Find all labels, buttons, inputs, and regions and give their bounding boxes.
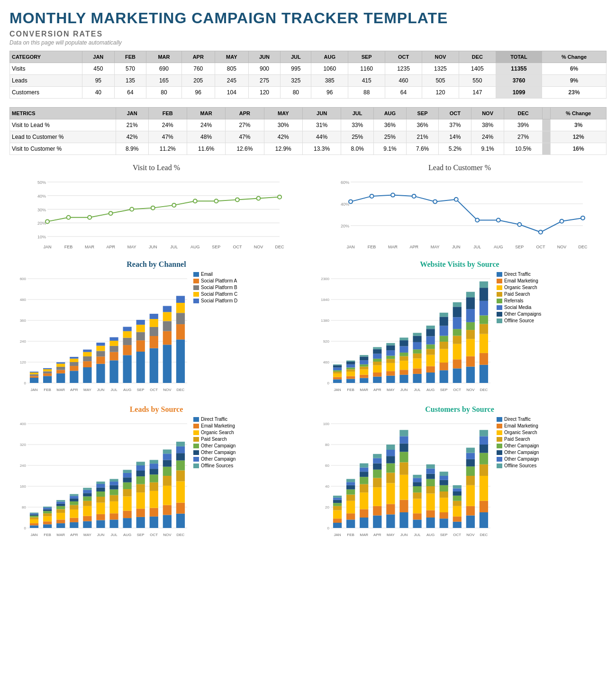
svg-rect-456 [426,518,435,528]
svg-text:MAY: MAY [127,245,136,249]
svg-point-49 [539,230,543,234]
svg-rect-109 [109,341,118,346]
svg-rect-81 [43,376,52,383]
svg-rect-323 [96,497,105,503]
svg-rect-350 [136,465,145,471]
svg-rect-346 [136,492,145,509]
ltc-chart-area: 20%40%60%JANFEBMARAPRMAYJUNJULAUGSEPOCTN… [313,175,607,251]
svg-point-12 [88,216,91,219]
svg-text:AUG: AUG [123,533,131,537]
svg-rect-322 [96,503,105,514]
svg-rect-347 [136,484,145,493]
svg-rect-217 [426,366,435,373]
svg-text:JAN: JAN [30,388,37,392]
svg-rect-237 [453,317,462,329]
svg-rect-432 [386,514,395,528]
svg-rect-134 [176,303,185,313]
svg-rect-420 [360,477,368,484]
svg-point-43 [412,194,416,198]
svg-rect-188 [373,359,381,362]
svg-rect-490 [480,476,488,501]
svg-rect-342 [123,473,131,477]
svg-rect-410 [346,501,355,513]
svg-point-42 [391,193,395,197]
svg-text:FEB: FEB [347,388,354,392]
svg-rect-303 [56,500,65,501]
cust-chart-area: 020406080100JANFEBMARAPRMAYJUNJULAUGSEPO… [313,417,607,540]
svg-rect-100 [83,350,91,352]
svg-point-45 [454,198,458,201]
svg-rect-477 [453,491,462,496]
legend-item: Offline Sources [497,463,539,468]
svg-rect-89 [56,364,65,367]
svg-rect-442 [399,475,408,500]
svg-rect-293 [43,509,52,511]
svg-text:DEC: DEC [275,245,284,249]
legend-item: Paid Search [497,436,539,442]
svg-text:SEP: SEP [440,533,448,537]
svg-rect-451 [413,492,421,499]
svg-text:APR: APR [70,388,78,392]
svg-rect-238 [453,307,462,317]
svg-rect-251 [480,324,488,334]
leads-title: Leads by Source [9,405,303,414]
svg-rect-296 [56,523,65,528]
svg-point-50 [560,219,563,223]
svg-text:2300: 2300 [321,277,329,281]
svg-rect-484 [466,466,475,476]
svg-rect-370 [176,482,185,503]
svg-rect-294 [43,508,52,509]
legend-item: Other Campaign [497,443,539,448]
svg-text:JAN: JAN [30,533,37,537]
svg-rect-198 [386,345,395,351]
svg-rect-80 [30,372,38,373]
svg-text:MAY: MAY [387,388,395,392]
svg-text:1840: 1840 [321,298,329,302]
svg-rect-344 [136,517,145,528]
svg-rect-461 [426,474,435,479]
svg-rect-183 [360,355,368,356]
svg-text:JUL: JUL [414,533,421,537]
svg-rect-363 [163,476,172,486]
reach-chart: Reach by Channel 0120240360480600JANFEBM… [9,260,303,396]
web-chart: Website Visits by Source 046092013801840… [313,260,607,396]
svg-text:20%: 20% [37,221,46,226]
svg-rect-417 [360,509,368,518]
svg-rect-177 [360,375,368,378]
svg-rect-356 [150,474,158,482]
svg-rect-436 [386,464,395,473]
svg-rect-302 [56,501,65,503]
svg-text:JUL: JUL [473,245,481,249]
svg-rect-167 [333,364,342,365]
svg-rect-180 [360,364,368,367]
svg-rect-202 [399,361,408,370]
svg-text:FEB: FEB [44,533,51,537]
svg-point-14 [130,208,134,211]
svg-text:SEP: SEP [137,388,145,392]
svg-text:240: 240 [20,339,27,344]
legend-item: Social Media [497,305,541,310]
svg-rect-82 [43,373,52,376]
svg-rect-416 [360,518,368,528]
svg-text:JUL: JUL [110,533,118,537]
svg-rect-415 [346,479,355,482]
svg-point-46 [475,218,479,222]
svg-rect-465 [440,512,448,518]
conversion-table: CATEGORYJANFEBMARAPRMAYJUNJULAUGSEPOCTNO… [9,51,607,99]
legend-item: Paid Search [497,291,541,297]
svg-text:40: 40 [325,484,329,489]
svg-rect-215 [413,333,421,336]
svg-text:MAY: MAY [431,245,440,249]
legend-item: Social Platform B [193,285,237,290]
svg-rect-440 [399,512,408,528]
svg-text:AUG: AUG [426,533,435,537]
svg-rect-337 [123,511,131,518]
svg-rect-447 [399,430,408,436]
svg-rect-222 [426,329,435,336]
legend-item: Direct Traffic [497,417,539,422]
legend-item: Paid Search [193,436,236,442]
svg-rect-228 [440,336,448,342]
legend-item: Social Platform C [193,291,237,297]
svg-rect-280 [30,526,38,528]
svg-text:SEP: SEP [440,388,448,392]
